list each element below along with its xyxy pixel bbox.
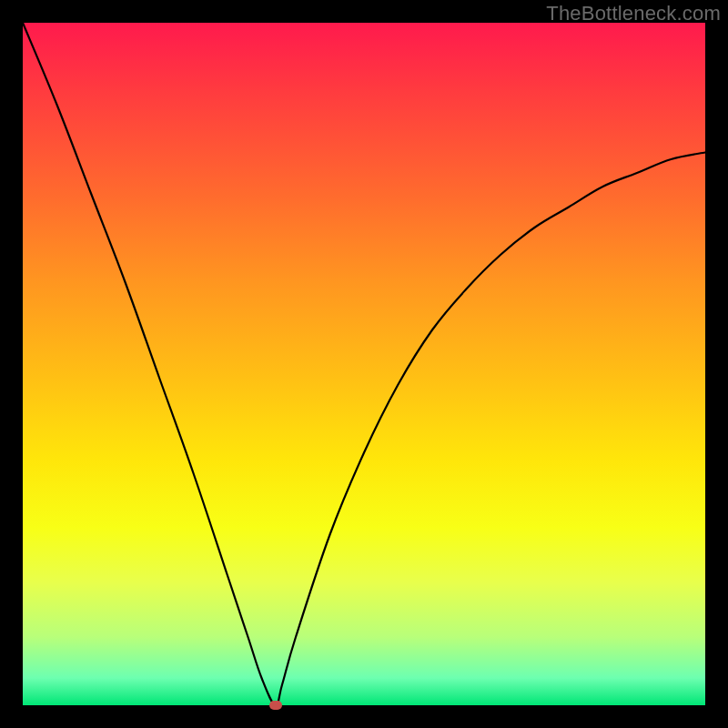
optimum-marker bbox=[269, 701, 282, 710]
bottleneck-curve bbox=[23, 23, 705, 705]
plot-area bbox=[23, 23, 705, 705]
watermark-text: TheBottleneck.com bbox=[546, 2, 721, 25]
chart-frame: TheBottleneck.com bbox=[0, 0, 728, 728]
